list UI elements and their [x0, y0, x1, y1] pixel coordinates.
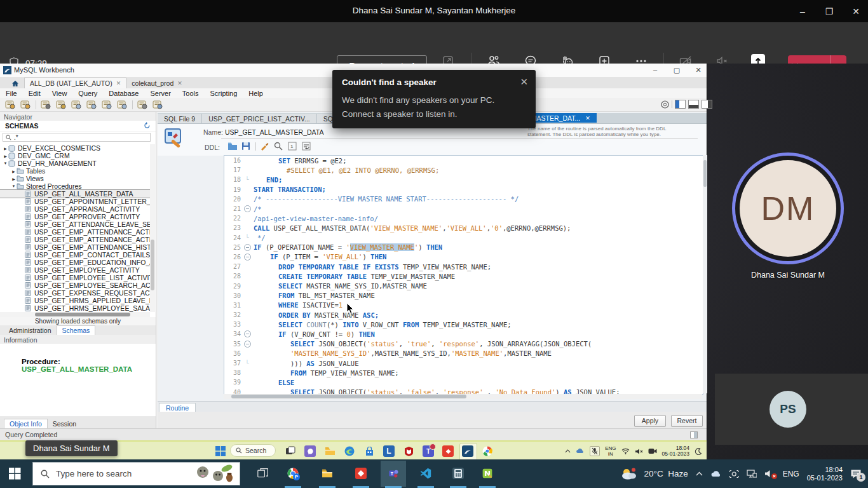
create-schema-icon[interactable]: [56, 100, 67, 109]
task-view-icon[interactable]: [285, 445, 296, 457]
vscode-taskbar-icon[interactable]: [417, 464, 435, 482]
create-table-icon[interactable]: [71, 100, 82, 109]
weather-text[interactable]: 20°C Haze: [644, 469, 688, 478]
open-sql-script-icon[interactable]: [20, 100, 31, 109]
schema-tree-item[interactable]: USP_GET_HRMS_EMPLOYEE_SALARY_SLIP_ACTIVI…: [0, 304, 150, 312]
tab-object-info[interactable]: Object Info: [4, 419, 48, 428]
schema-tree-item[interactable]: USP_GET_APPOINTMENT_LETTER_ACTIVITY: [0, 198, 150, 205]
tab-close-icon[interactable]: ✕: [116, 80, 121, 86]
code-line[interactable]: 27DROP TEMPORARY TABLE IF EXISTS TEMP_VI…: [224, 262, 703, 271]
code-line[interactable]: 32ORDER BY MASTER_NAME ASC;: [224, 310, 703, 320]
fold-marker-icon[interactable]: [241, 254, 254, 261]
home-tab[interactable]: [6, 78, 24, 88]
navigator-hscrollbar[interactable]: [0, 312, 150, 317]
network-display-icon[interactable]: [747, 470, 757, 478]
inspector-icon[interactable]: [41, 100, 51, 109]
connection-tab[interactable]: colekaut_prod✕: [126, 78, 187, 88]
code-line[interactable]: 25IF (P_OPERATION_NAME = 'VIEW_MASTER_NA…: [224, 243, 703, 252]
schema-tree-item[interactable]: USP_GET_ALL_MASTER_DATA: [0, 190, 150, 198]
code-line[interactable]: 19START TRANSACTION;: [224, 185, 703, 194]
mysql-workbench-icon[interactable]: [462, 445, 473, 457]
teams-taskbar-icon[interactable]: T: [384, 464, 402, 482]
teams-icon[interactable]: T: [423, 445, 434, 457]
reconnect-icon[interactable]: [153, 100, 163, 109]
schema-tree-item[interactable]: USP_GET_ATTENDANCE_LEAVE_SETTINGS_ACTIVI…: [0, 220, 150, 228]
tab-close-icon[interactable]: ✕: [585, 115, 590, 121]
code-line[interactable]: 37└))) AS JSON_VALUE: [224, 358, 703, 368]
create-view-icon[interactable]: [86, 100, 97, 109]
code-line[interactable]: 20/* ------------------VIEW MASTER NAME …: [224, 194, 703, 204]
volume-muted-red-icon[interactable]: [764, 470, 775, 478]
schema-search-box[interactable]: .*: [3, 133, 151, 142]
schema-tree-item[interactable]: USP_GET_EMP_ATTENDANCE_ACTIVITY: [0, 228, 150, 236]
name-value[interactable]: USP_GET_ALL_MASTER_DATA: [225, 128, 323, 136]
notification-center-icon[interactable]: 1: [850, 469, 862, 479]
toggle-bottom-panel-icon[interactable]: [688, 100, 699, 109]
window-close-icon[interactable]: ✕: [846, 5, 865, 18]
fold-marker-icon[interactable]: [241, 205, 254, 212]
code-line[interactable]: 22/api-get-view-master-name-info/: [224, 214, 703, 223]
code-line[interactable]: 26IF (P_ITEM = 'VIEW_ALL') THEN: [224, 252, 703, 262]
schema-tree-item[interactable]: ▼Stored Procedures: [0, 182, 150, 190]
chevron-up-icon[interactable]: [565, 449, 571, 453]
expand-arrow-icon[interactable]: ▶: [11, 177, 17, 181]
host-language-indicator[interactable]: ENG: [783, 470, 799, 478]
tab-session[interactable]: Session: [48, 419, 81, 428]
schema-tree-item[interactable]: USP_GET_EMP_CONTACT_DETAILS_ACTIVITY: [0, 251, 150, 259]
revert-button[interactable]: Revert: [671, 415, 703, 427]
editor-tab[interactable]: USP_GET_PRICE_LIST_ACTIV...: [202, 114, 317, 123]
toggle-left-panel-icon[interactable]: [675, 100, 686, 109]
microsoft-store-icon[interactable]: [363, 445, 375, 457]
red-diamond-app-icon[interactable]: [442, 445, 454, 457]
fold-marker-icon[interactable]: [241, 341, 254, 348]
schema-tree-item[interactable]: ▼DEV_HR_MANAGEMENT: [0, 159, 150, 167]
code-line[interactable]: 18└END;: [224, 175, 703, 184]
schema-tree-item[interactable]: USP_GET_EMPLOYEE_SEARCH_ACTIVITY: [0, 281, 150, 289]
save-icon[interactable]: [241, 142, 252, 151]
code-line[interactable]: 21/*: [224, 204, 703, 214]
schema-tree-item[interactable]: USP_GET_EMP_EDUCATION_INFO_ACTIVITY: [0, 259, 150, 266]
chrome-icon[interactable]: [482, 445, 493, 457]
l-app-icon[interactable]: L: [383, 445, 395, 457]
editor-tab[interactable]: SQL File 9: [158, 114, 202, 123]
expand-arrow-icon[interactable]: ▶: [3, 154, 8, 158]
schema-tree-item[interactable]: USP_GET_EMP_ATTENDANCE_HISTORY_ACTIVITY: [0, 243, 150, 251]
code-line[interactable]: 30FROM TBL_MST_MASTER_NAME: [224, 291, 703, 301]
sql-code-editor[interactable]: 16SET ERRMSG = @E2;17#SELECT @E1, @E2 IN…: [224, 155, 703, 395]
notepad-plus-taskbar-icon[interactable]: [478, 464, 496, 482]
camera-tray-icon[interactable]: [648, 448, 657, 454]
code-line[interactable]: 36'MASTER_NAME_SYS_ID',MASTER_NAME_SYS_I…: [224, 349, 703, 358]
code-line[interactable]: 17#SELECT @E1, @E2 INTO @ERRNO, @ERRMSG;: [224, 165, 703, 175]
file-explorer-icon[interactable]: [324, 445, 336, 457]
schema-tree-item[interactable]: USP_GET_EMP_ATTENDANCE_ACTIVITY_APP: [0, 236, 150, 243]
schema-tree-item[interactable]: USP_GET_HRMS_APPLIED_LEAVE_HISTORY_ACTIV…: [0, 297, 150, 304]
code-line[interactable]: 23CALL USP_GET_ALL_MASTER_DATA('VIEW_MAS…: [224, 223, 703, 233]
menu-file[interactable]: File: [0, 90, 23, 97]
create-function-icon[interactable]: [117, 100, 128, 109]
beautify-icon[interactable]: [260, 142, 270, 151]
shared-clock[interactable]: 18:0405-01-2023: [662, 445, 689, 458]
menu-view[interactable]: View: [46, 90, 73, 97]
search-data-icon[interactable]: [137, 100, 148, 109]
wb-minimize-icon[interactable]: –: [647, 65, 663, 75]
find-icon[interactable]: [274, 142, 284, 151]
schema-tree-item[interactable]: USP_GET_APPRAISAL_ACTIVITY: [0, 205, 150, 213]
wifi-icon[interactable]: [621, 448, 630, 454]
toggle-right-panel-icon[interactable]: [702, 100, 712, 109]
shared-language-indicator[interactable]: ENGIN: [605, 445, 616, 457]
refresh-icon[interactable]: [144, 122, 151, 129]
code-line[interactable]: 38FROM TEMP_VIEW_MASTER_NAME;: [224, 368, 703, 377]
host-search-box[interactable]: Type here to search: [32, 462, 240, 485]
menu-edit[interactable]: Edit: [23, 90, 46, 97]
new-sql-tab-icon[interactable]: [5, 100, 16, 109]
connection-tab[interactable]: ALL_DB (UAT_LEK_AUTO)✕: [24, 78, 126, 88]
menu-scripting[interactable]: Scripting: [205, 90, 243, 97]
teams-chat-icon[interactable]: [304, 445, 316, 457]
code-line[interactable]: 28CREATE TEMPORARY TABLE TEMP_VIEW_MASTE…: [224, 271, 703, 281]
tab-close-icon[interactable]: ✕: [177, 80, 182, 86]
expand-arrow-icon[interactable]: ▶: [3, 146, 8, 151]
schema-tree-item[interactable]: ▶Views: [0, 175, 150, 182]
info-circle-icon[interactable]: [661, 100, 669, 109]
editor-hscrollbar[interactable]: [224, 394, 702, 399]
tab-administration[interactable]: Administration: [4, 326, 57, 335]
